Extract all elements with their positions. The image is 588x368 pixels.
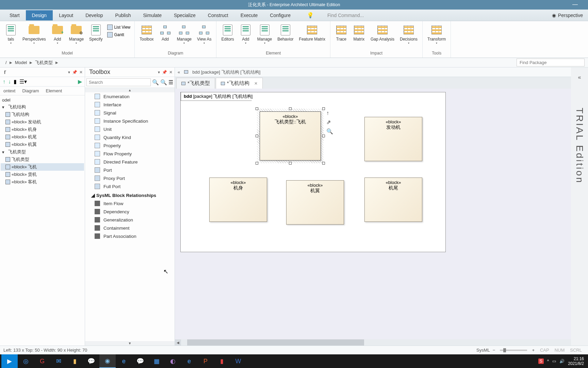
ribbon-model-manage[interactable]: Manage▾ [66, 22, 86, 46]
tree-item[interactable]: «block» 机身 [1, 126, 84, 133]
menu-construct[interactable]: Construct [202, 10, 234, 20]
block-wing[interactable]: «block» 机翼 [286, 180, 344, 225]
tree-item[interactable]: ▾飞机结构 [1, 103, 84, 111]
ribbon-element-add[interactable]: Add▾ [237, 22, 255, 46]
zoom-in-icon[interactable]: + [529, 348, 537, 353]
taskbar-app[interactable]: ◐ [165, 354, 181, 368]
diagram-tab-active[interactable]: *飞机结构✕ [216, 78, 263, 89]
ribbon-diagram-manage[interactable]: Manage▾ [174, 22, 194, 46]
collapse-left-icon[interactable]: « [178, 70, 180, 75]
pin-icon[interactable]: 📌 [72, 70, 77, 75]
block-tail[interactable]: «block» 机尾 [364, 178, 422, 222]
horizontal-scrollbar[interactable]: ◀ [175, 339, 582, 346]
taskbar-explorer[interactable]: ▮ [67, 354, 83, 368]
toolbox-item[interactable]: Full Port [85, 182, 175, 190]
new-icon[interactable]: ▮ [14, 78, 17, 85]
diagram-canvas[interactable]: bdd [package] 飞机结构 [飞机结构] «block» 飞机类型::… [180, 92, 446, 252]
ribbon-trace[interactable]: Trace [332, 22, 350, 43]
arrow-up-icon[interactable]: ↑ [326, 110, 333, 116]
up-arrow-icon[interactable]: ↑ [3, 79, 5, 85]
ime-icon[interactable]: S [538, 358, 544, 364]
down-arrow-icon[interactable]: ↓ [8, 79, 11, 85]
ribbon-view-as[interactable]: View As▾ [194, 22, 214, 46]
toolbox-item[interactable]: Flow Property [85, 150, 175, 158]
perspective-button[interactable]: ◉ Perspective [552, 13, 583, 18]
taskbar-ie[interactable]: e [181, 354, 197, 368]
menu-develop[interactable]: Develop [79, 10, 109, 20]
tray-arrow-icon[interactable]: ^ [547, 359, 549, 364]
close-icon[interactable]: ✕ [79, 70, 83, 75]
toolbox-item[interactable]: Unit [85, 125, 175, 133]
toolbox-item[interactable]: Containment [85, 224, 175, 232]
toolbox-item[interactable]: Part Association [85, 232, 175, 240]
find-package-input[interactable] [517, 59, 585, 66]
taskbar-app[interactable]: G [34, 354, 50, 368]
ribbon-model-add[interactable]: Add▾ [49, 22, 66, 46]
block-plane[interactable]: «block» 飞机类型::飞机 [260, 111, 321, 160]
tree-item[interactable]: «block» 货机 [1, 171, 84, 178]
toolbox-item[interactable]: Quantity Kind [85, 133, 175, 141]
ribbon-feature-matrix[interactable]: Feature Matrix [296, 22, 328, 43]
breadcrumb-seg-2[interactable]: 飞机类型 [33, 60, 55, 66]
taskbar-edge[interactable]: e [116, 354, 132, 368]
link-icon[interactable]: ⇗ [326, 119, 333, 125]
find-command-input[interactable]: Find Command... [327, 13, 395, 18]
dropdown-icon[interactable]: ▾ [68, 70, 70, 75]
toolbox-item[interactable]: Dependency [85, 208, 175, 216]
taskbar-app[interactable]: ▦ [148, 354, 165, 368]
browser-tab-diagram[interactable]: Diagram [19, 87, 42, 95]
diagram-tab[interactable]: *飞机类型 [176, 78, 215, 89]
canvas-wrap[interactable]: bdd [package] 飞机结构 [飞机结构] «block» 飞机类型::… [175, 89, 588, 346]
toolbox-item[interactable]: Proxy Port [85, 174, 175, 182]
menu-icon[interactable]: ☰ [168, 79, 173, 86]
taskbar-app[interactable]: 💬 [132, 354, 148, 368]
tree-item[interactable]: «block» 发动机 [1, 118, 84, 126]
ribbon-editors[interactable]: Editors [218, 22, 236, 43]
tree-root[interactable]: odel [1, 97, 84, 103]
toolbox-item[interactable]: Port [85, 166, 175, 174]
network-icon[interactable]: ▭ [552, 359, 556, 364]
tree-item[interactable]: ▾飞机类型 [1, 148, 84, 156]
menu-publish[interactable]: Publish [109, 10, 137, 20]
zoom-slider[interactable] [500, 350, 527, 351]
ribbon-specify[interactable]: Specify [86, 22, 105, 43]
browser-tab-element[interactable]: Element [43, 87, 66, 95]
pin-icon[interactable]: 📌 [162, 70, 167, 75]
zoom-icon[interactable]: 🔍 [326, 128, 333, 135]
dropdown-icon[interactable]: ▾ [158, 70, 160, 75]
menu-icon[interactable]: ☰▾ [19, 78, 27, 85]
zoom-out-icon[interactable]: − [490, 348, 498, 353]
toolbox-item[interactable]: Instance Specification [85, 117, 175, 125]
taskbar-pdf[interactable]: ▮ [214, 354, 230, 368]
taskbar-mail[interactable]: ✉ [50, 354, 67, 368]
close-icon[interactable]: ✕ [169, 70, 173, 75]
ribbon-toolbox[interactable]: Toolbox [137, 22, 156, 43]
block-engine[interactable]: «block» 发动机 [364, 117, 422, 161]
toolbox-item[interactable]: Property [85, 141, 175, 150]
tree-item[interactable]: 飞机结构 [1, 111, 84, 118]
browser-tab-context[interactable]: ontext [0, 87, 19, 95]
toolbox-item[interactable]: Enumeration [85, 92, 175, 101]
ribbon-matrix[interactable]: Matrix [350, 22, 368, 43]
volume-icon[interactable]: 🔊 [559, 359, 565, 364]
ribbon-transform[interactable]: Transform▾ [425, 22, 448, 46]
toolbox-item[interactable]: Interface [85, 101, 175, 109]
ribbon-perspectives[interactable]: Perspectives▾ [20, 22, 49, 46]
ribbon-element-manage[interactable]: Manage▾ [255, 22, 275, 46]
close-tab-icon[interactable]: ✕ [254, 81, 258, 86]
tree-item[interactable]: «block» 机尾 [1, 133, 84, 141]
scroll-up-icon[interactable]: ▲ [85, 88, 175, 92]
scroll-down-icon[interactable]: ▼ [85, 341, 175, 346]
breadcrumb-root[interactable]: / [3, 60, 9, 65]
ribbon-gantt[interactable]: Gantt [105, 31, 132, 38]
menu-start[interactable]: Start [3, 10, 26, 20]
toolbox-heading[interactable]: ◢SysML Block Relationships [85, 190, 175, 199]
taskbar-wechat[interactable]: 💬 [83, 354, 99, 368]
ribbon-gap-analysis[interactable]: Gap Analysis [368, 22, 397, 43]
play-icon[interactable]: ▶ [78, 78, 82, 85]
ribbon-decisions[interactable]: Decisions▾ [397, 22, 420, 46]
toolbox-item[interactable]: Signal [85, 109, 175, 117]
taskbar-ea[interactable]: ◉ [99, 354, 116, 368]
menu-layout[interactable]: Layout [53, 10, 79, 20]
menu-specialize[interactable]: Specialize [168, 10, 202, 20]
